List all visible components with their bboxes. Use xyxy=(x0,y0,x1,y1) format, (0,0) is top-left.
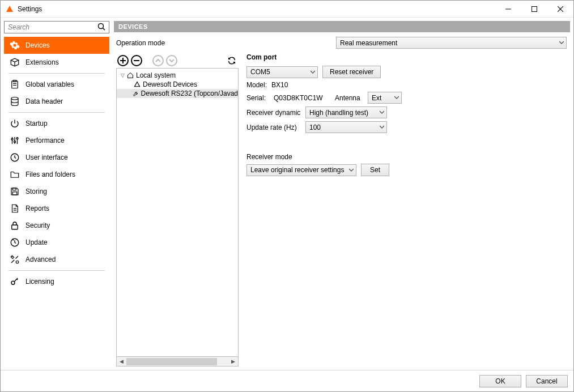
svg-point-13 xyxy=(11,138,13,140)
set-label: Set xyxy=(370,166,380,174)
add-device-button[interactable] xyxy=(117,55,129,66)
sidebar-item-global-variables[interactable]: Global variables xyxy=(4,76,109,93)
remove-device-button[interactable] xyxy=(131,55,142,66)
key-icon xyxy=(10,276,20,287)
sidebar-item-label: Storing xyxy=(25,188,47,195)
tree-node-label: Local system xyxy=(136,71,176,79)
scroll-right-icon[interactable]: ▶ xyxy=(228,357,238,366)
receiver-mode-value: Leave original receiver settings xyxy=(250,166,344,174)
device-tree-panel: ▽ Local system Dewesoft Devices xyxy=(116,53,239,367)
sidebar-nav: Devices Extensions Global variables xyxy=(4,37,109,370)
antenna-value: Ext xyxy=(372,94,381,102)
svg-rect-20 xyxy=(12,192,17,195)
sidebar-item-user-interface[interactable]: User interface xyxy=(4,149,109,166)
sliders-icon xyxy=(10,135,20,146)
ok-label: OK xyxy=(495,377,505,385)
receiver-dynamic-label: Receiver dynamic xyxy=(246,109,301,117)
sidebar-item-update[interactable]: Update xyxy=(4,234,109,251)
sidebar-item-performance[interactable]: Performance xyxy=(4,132,109,149)
sidebar-item-label: Startup xyxy=(25,120,48,127)
update-rate-label: Update rate (Hz) xyxy=(246,123,301,131)
sidebar-item-security[interactable]: Security xyxy=(4,217,109,234)
section-header: DEVICES xyxy=(114,21,570,32)
close-button[interactable] xyxy=(547,1,573,18)
tree-node-label: Dewesoft RS232 (Topcon/Javad xyxy=(141,90,238,97)
set-button[interactable]: Set xyxy=(361,164,389,176)
search-field[interactable] xyxy=(4,21,109,33)
serial-value: Q03D8KT0C1W xyxy=(274,94,330,102)
sidebar-item-label: Extensions xyxy=(25,58,59,66)
receiver-mode-dropdown[interactable]: Leave original receiver settings xyxy=(246,164,356,176)
main-panel: DEVICES Operation mode Real measurement xyxy=(114,21,570,370)
wrench-icon xyxy=(133,89,140,98)
maximize-button[interactable] xyxy=(521,1,547,18)
com-port-dropdown[interactable]: COM5 xyxy=(246,66,318,78)
sidebar-item-files-and-folders[interactable]: Files and folders xyxy=(4,166,109,183)
sidebar-item-label: Update xyxy=(25,238,48,246)
svg-point-25 xyxy=(16,261,19,263)
operation-mode-value: Real measurement xyxy=(340,39,397,47)
receiver-mode-label: Receiver mode xyxy=(246,153,292,161)
tree-node-local-system[interactable]: ▽ Local system xyxy=(117,71,238,80)
refresh-icon xyxy=(10,237,20,248)
sidebar-item-reports[interactable]: Reports xyxy=(4,200,109,217)
ok-button[interactable]: OK xyxy=(479,375,521,387)
update-rate-dropdown[interactable]: 100 xyxy=(305,121,387,133)
minimize-button[interactable] xyxy=(495,1,521,18)
database-icon xyxy=(10,96,20,106)
scroll-left-icon[interactable]: ◀ xyxy=(117,357,126,366)
home-icon xyxy=(126,71,135,80)
move-down-button[interactable] xyxy=(166,55,177,66)
clock-icon xyxy=(10,152,20,163)
reset-receiver-button[interactable]: Reset receiver xyxy=(322,66,381,78)
refresh-tree-button[interactable] xyxy=(226,55,237,66)
chevron-down-icon xyxy=(394,96,399,100)
scroll-track[interactable] xyxy=(126,357,228,366)
operation-mode-dropdown[interactable]: Real measurement xyxy=(336,37,567,49)
device-tree[interactable]: ▽ Local system Dewesoft Devices xyxy=(116,68,239,357)
search-icon xyxy=(97,23,107,32)
cancel-button[interactable]: Cancel xyxy=(526,375,568,387)
sidebar-item-label: Security xyxy=(25,221,50,229)
dialog-footer: OK Cancel xyxy=(1,370,573,391)
sidebar-item-label: Performance xyxy=(25,137,65,144)
sidebar-item-advanced[interactable]: Advanced xyxy=(4,251,109,268)
sidebar-item-licensing[interactable]: Licensing xyxy=(4,273,109,290)
com-port-header: Com port xyxy=(246,53,567,61)
settings-window: Settings Devi xyxy=(0,0,574,392)
svg-marker-0 xyxy=(6,6,13,12)
window-title: Settings xyxy=(18,5,42,13)
chevron-down-icon xyxy=(311,70,315,75)
expand-toggle-icon[interactable]: ▽ xyxy=(119,73,126,78)
tree-horizontal-scrollbar[interactable]: ◀ ▶ xyxy=(116,357,239,367)
sidebar: Devices Extensions Global variables xyxy=(4,21,109,370)
antenna-dropdown[interactable]: Ext xyxy=(368,92,402,104)
sidebar-item-storing[interactable]: Storing xyxy=(4,183,109,200)
update-rate-value: 100 xyxy=(309,123,321,131)
sidebar-separator xyxy=(8,112,105,113)
tree-node-dewesoft-devices[interactable]: Dewesoft Devices xyxy=(117,80,238,89)
sidebar-item-startup[interactable]: Startup xyxy=(4,115,109,132)
sidebar-item-devices[interactable]: Devices xyxy=(4,37,109,54)
sidebar-item-data-header[interactable]: Data header xyxy=(4,93,109,110)
svg-point-15 xyxy=(14,141,16,143)
receiver-dynamic-dropdown[interactable]: High (handling test) xyxy=(305,106,387,118)
sidebar-item-label: Data header xyxy=(25,97,63,105)
model-label: Model: xyxy=(246,81,267,89)
tools-icon xyxy=(10,254,20,265)
save-icon xyxy=(10,186,20,197)
move-up-button[interactable] xyxy=(152,55,164,66)
scroll-thumb[interactable] xyxy=(126,358,217,365)
sidebar-item-label: Licensing xyxy=(25,278,54,286)
sidebar-item-label: Global variables xyxy=(25,80,74,88)
chevron-down-icon xyxy=(349,168,354,173)
sidebar-item-label: Advanced xyxy=(25,255,56,263)
svg-rect-19 xyxy=(12,188,16,190)
search-input[interactable] xyxy=(5,22,109,33)
lock-icon xyxy=(10,220,20,231)
svg-marker-30 xyxy=(135,82,140,87)
sidebar-item-extensions[interactable]: Extensions xyxy=(4,54,109,71)
com-port-value: COM5 xyxy=(250,68,270,76)
tree-node-dewesoft-rs232[interactable]: Dewesoft RS232 (Topcon/Javad xyxy=(117,89,238,98)
sidebar-item-label: Files and folders xyxy=(25,171,75,178)
